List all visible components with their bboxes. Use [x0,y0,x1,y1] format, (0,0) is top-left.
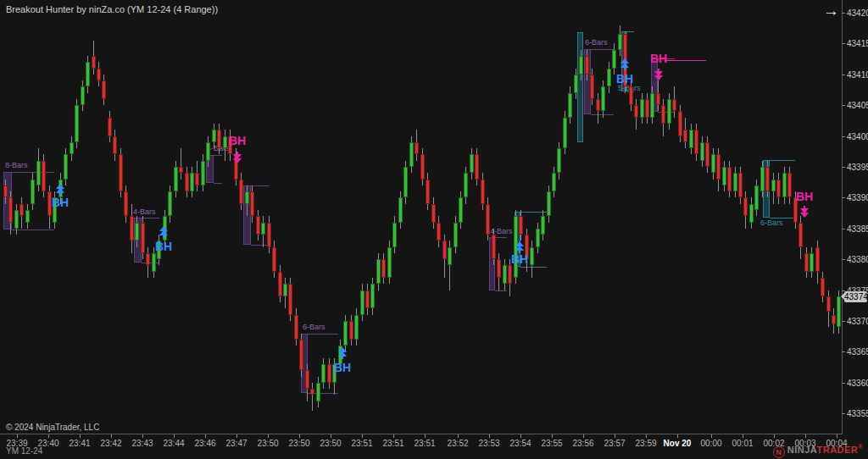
candle [738,173,743,197]
bh-down-arrow-icon [800,206,809,218]
copyright-text: © 2024 NinjaTrader, LLC [6,423,99,432]
candle [431,204,436,223]
price-axis[interactable] [842,0,843,434]
candle [381,259,386,278]
candle [656,93,660,106]
candle [536,229,540,247]
bh-signal-line [665,60,706,61]
candle [376,259,381,284]
bh-up-arrow-icon [159,226,168,238]
candle [557,148,561,173]
price-axis-tick-label: 43415 [847,39,868,48]
candle [195,173,199,185]
candle [174,167,178,191]
candle [272,247,276,272]
candle [354,315,359,340]
bh-signal-label: BH [503,252,537,266]
time-axis-tick [142,434,143,438]
candle [470,154,474,173]
bh-signal-label: BH [326,361,359,374]
bh-down-arrow-icon [654,69,663,80]
time-axis-tick [837,434,837,438]
breakout-zone-line [308,334,338,335]
breakout-zone-line [495,237,507,238]
price-axis-tick [842,229,845,230]
breakout-zone-line [770,160,795,161]
bh-up-arrow-icon [515,241,524,253]
breakout-zone-line [214,155,222,156]
bh-up-arrow-icon [56,184,64,196]
candle [8,197,13,222]
time-axis-tick [425,434,426,438]
time-axis-tick [615,434,615,438]
candle [3,185,8,198]
scroll-to-latest-arrow-icon[interactable]: → [823,2,839,20]
candle [398,197,403,222]
price-axis-tick-label: 43365 [847,347,868,357]
candle [113,136,117,155]
candle [448,247,452,266]
candle [579,56,583,75]
candle [349,321,353,340]
price-axis-tick [842,321,845,322]
time-axis-tick [774,434,775,438]
breakout-zone-line [591,49,614,50]
time-axis-tick [111,434,112,438]
time-axis-tick [236,434,237,438]
candle [64,154,68,179]
price-axis-tick-label: 43370 [847,317,868,326]
candle [492,235,496,259]
logo-trader-text: TRADER [816,445,858,455]
candle [70,142,74,155]
candle [694,130,698,154]
bh-up-arrow-icon [338,347,347,359]
candle [821,278,825,296]
candle [81,86,85,105]
breakout-zone-line [12,230,54,230]
candle [826,296,831,312]
chart-canvas[interactable]: 8-Bars4-Bars4-Bars6-Bars4-Bars6-Bars5-Ba… [0,0,842,434]
candle [481,180,485,204]
time-axis-tick [331,434,331,438]
candle [392,223,397,247]
price-axis-tick [842,413,845,414]
candle [749,204,754,223]
candle [519,216,523,235]
candle [453,223,458,247]
price-axis-tick [842,105,845,106]
candle [409,142,414,167]
price-axis-tick-label: 43420 [847,8,868,18]
candle [14,210,19,229]
logo-ninja-text: NINJA [787,445,817,455]
candle [108,118,112,136]
bh-up-arrow-icon [620,58,629,70]
candle [771,180,776,192]
candle [585,56,589,75]
candle [36,161,41,185]
time-axis[interactable] [0,434,843,434]
instrument-tab[interactable]: YM 12-24 [6,446,42,456]
candle [168,191,172,216]
price-axis-tick [842,136,845,137]
candle [672,99,676,112]
price-axis-tick [842,167,845,168]
logo-registered-mark: ® [858,444,863,450]
time-axis-tick [458,434,459,438]
bh-signal-label: BH [147,240,181,253]
candle [590,75,594,99]
chart-title: Breakout Hunter by ninZa.co (YM 12-24 (4… [6,4,218,14]
price-axis-tick-label: 43380 [847,255,868,264]
bar-count-label: 4-Bars [133,207,156,216]
candle [705,142,709,167]
candle [261,223,265,235]
candle [832,315,836,324]
time-axis-tick [646,434,647,438]
candle [141,223,145,253]
price-axis-tick-label: 43360 [847,379,868,388]
price-axis-tick [842,75,845,75]
breakout-zone-line [251,185,270,186]
candle [130,216,134,241]
candle [683,130,687,142]
candle [185,173,189,191]
bh-signal-label: BH [787,190,821,203]
